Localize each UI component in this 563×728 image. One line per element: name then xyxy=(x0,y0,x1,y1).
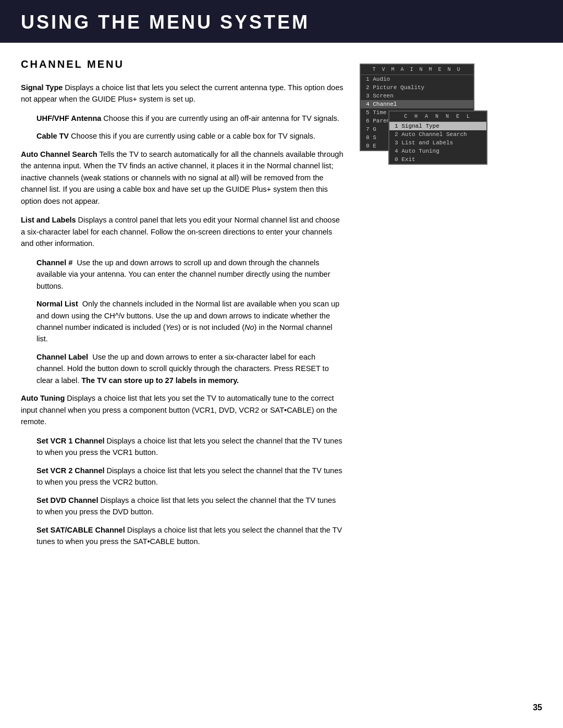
normal-list-text-2: ) or is not included ( xyxy=(178,323,244,331)
page-header: USING THE MENU SYSTEM xyxy=(0,0,563,43)
tv-main-menu-title: T V M A I N M E N U xyxy=(361,65,473,75)
normal-list-block: Normal List Only the channels included i… xyxy=(21,298,344,345)
cable-block: Cable TV Choose this if you are currentl… xyxy=(21,130,344,142)
tv-channel-item-auto-tuning[interactable]: 4 Auto Tuning xyxy=(389,147,486,155)
vcr2-term: Set VCR 2 Channel xyxy=(36,466,105,475)
auto-tuning-block: Auto Tuning Displays a choice list that … xyxy=(21,392,344,427)
vcr1-block: Set VCR 1 Channel Displays a choice list… xyxy=(21,435,344,459)
tv-channel-item-auto-search[interactable]: 2 Auto Channel Search xyxy=(389,130,486,139)
channel-hash-text: Use the up and down arrows to scroll up … xyxy=(36,258,330,290)
channel-label-bold: The TV can store up to 27 labels in memo… xyxy=(81,376,239,385)
channel-label-block: Channel Label Use the up and down arrows… xyxy=(21,351,344,386)
list-labels-term: List and Labels xyxy=(21,216,76,224)
normal-list-term: Normal List xyxy=(36,300,78,308)
tv-menu-container: T V M A I N M E N U 1 Audio 2 Picture Qu… xyxy=(360,64,495,151)
tv-menu-item-audio[interactable]: 1 Audio xyxy=(361,75,473,83)
main-content: CHANNEL MENU Signal Type Displays a choi… xyxy=(0,58,563,553)
uhf-term: UHF/VHF Antenna xyxy=(36,114,101,122)
tv-channel-item-exit[interactable]: 0 Exit xyxy=(389,155,486,164)
auto-tuning-text: Displays a choice list that lets you set… xyxy=(21,394,337,426)
section-title: CHANNEL MENU xyxy=(21,58,344,70)
dvd-block: Set DVD Channel Displays a choice list t… xyxy=(21,495,344,518)
tv-channel-item-list[interactable]: 3 List and Labels xyxy=(389,139,486,147)
auto-tuning-term: Auto Tuning xyxy=(21,394,65,402)
channel-hash-block: Channel # Use the up and down arrows to … xyxy=(21,257,344,292)
vcr1-term: Set VCR 1 Channel xyxy=(36,437,105,445)
signal-type-text: Displays a choice list that lets you sel… xyxy=(21,83,343,103)
channel-hash-term: Channel # xyxy=(36,258,72,267)
signal-type-block: Signal Type Displays a choice list that … xyxy=(21,82,344,105)
tv-channel-item-signal[interactable]: 1 Signal Type xyxy=(389,122,486,130)
normal-list-no: No xyxy=(244,323,254,331)
list-labels-block: List and Labels Displays a control panel… xyxy=(21,214,344,249)
tv-menu-item-picture[interactable]: 2 Picture Quality xyxy=(361,83,473,92)
left-column: CHANNEL MENU Signal Type Displays a choi… xyxy=(21,58,344,553)
cable-term: Cable TV xyxy=(36,132,69,140)
right-column: T V M A I N M E N U 1 Audio 2 Picture Qu… xyxy=(360,58,495,553)
auto-search-term: Auto Channel Search xyxy=(21,150,97,158)
auto-search-block: Auto Channel Search Tells the TV to sear… xyxy=(21,149,344,207)
dvd-term: Set DVD Channel xyxy=(36,496,98,504)
tv-channel-menu: C H A N N E L 1 Signal Type 2 Auto Chann… xyxy=(388,110,487,165)
page-number: 35 xyxy=(533,703,542,712)
signal-type-term: Signal Type xyxy=(21,83,63,92)
tv-menu-item-screen[interactable]: 3 Screen xyxy=(361,92,473,100)
channel-label-term: Channel Label xyxy=(36,353,88,361)
sat-block: Set SAT/CABLE Channel Displays a choice … xyxy=(21,524,344,548)
uhf-block: UHF/VHF Antenna Choose this if you are c… xyxy=(21,113,344,124)
vcr2-block: Set VCR 2 Channel Displays a choice list… xyxy=(21,465,344,488)
uhf-text: Choose this if you are currently using a… xyxy=(103,114,339,122)
tv-channel-menu-title: C H A N N E L xyxy=(389,112,486,122)
sat-term: Set SAT/CABLE Channel xyxy=(36,526,125,534)
cable-text: Choose this if you are currently using c… xyxy=(71,132,315,140)
tv-menu-item-channel[interactable]: 4 Channel xyxy=(361,100,473,108)
normal-list-yes: Yes xyxy=(165,323,178,331)
page-title: USING THE MENU SYSTEM xyxy=(21,11,542,33)
